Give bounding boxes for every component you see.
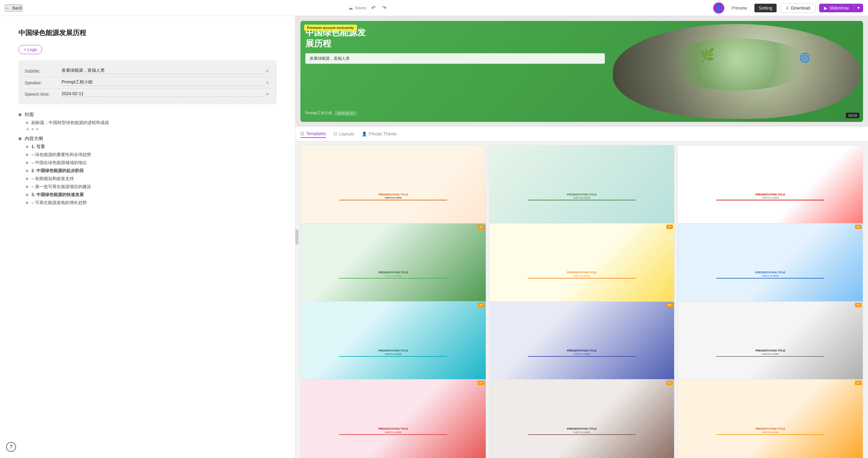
speech-time-row: Speech time: 2024-02-11 ✕ xyxy=(25,89,271,99)
bullet-first-batch xyxy=(26,186,28,188)
tab-layouts[interactable]: ☷ Layouts xyxy=(333,130,354,138)
outline-early-stage-text[interactable]: 2. 中国绿色能源的起步阶段 xyxy=(31,168,84,174)
tpl-deco-7 xyxy=(339,356,447,357)
outline-item-contents: 内容大纲 xyxy=(19,136,277,142)
template-card-12[interactable]: PRESENTATION TITLE SUBTITLE HERE V+ xyxy=(678,379,863,458)
outline-item-early-stage: 2. 中国绿色能源的起步阶段 xyxy=(26,168,277,174)
outline-china-position-text[interactable]: – 中国在绿色能源领域的地位 xyxy=(31,160,87,165)
tpl-deco-6 xyxy=(716,278,824,279)
download-button[interactable]: ⇩ Download xyxy=(780,3,815,12)
collapse-panel-button[interactable]: ❮ xyxy=(296,230,299,244)
editor-panel: 中国绿色能源发展历程 + Logo Subtitle: 发展绿能源，造福人类 ✕… xyxy=(0,16,296,458)
tab-templates[interactable]: ☷ Templates xyxy=(301,130,326,138)
bullet-intro xyxy=(26,146,28,148)
outline-item-planning: – 初期规划和政策支持 xyxy=(26,176,277,182)
tpl-sub-7: SUBTITLE HERE xyxy=(385,353,402,355)
help-button[interactable]: ? xyxy=(6,442,16,452)
slide-subtitle-box: 发展绿能源，造福人类 xyxy=(305,53,605,64)
tpl-deco-3 xyxy=(716,200,824,201)
slide-bottom-bar: Prompt工程小组 2024-02-11 xyxy=(305,111,605,116)
subtitle-label: Subtitle: xyxy=(25,69,62,73)
outline-contents-text[interactable]: 内容大纲 xyxy=(25,136,43,142)
slide-number: 01/19 xyxy=(846,113,859,118)
tpl-deco-12 xyxy=(716,434,824,435)
tpl-deco-1 xyxy=(339,200,447,201)
slideshow-button[interactable]: ▶ Slideshow xyxy=(819,4,854,12)
back-icon: ← xyxy=(5,5,10,11)
outline-item-growth: – 可再生能源发电的增长趋势 xyxy=(26,200,277,206)
speech-time-clear[interactable]: ✕ xyxy=(265,92,271,97)
templates-tabs: ☷ Templates ☷ Layouts 👤 Private Theme xyxy=(296,127,868,141)
tpl-deco-2 xyxy=(528,200,636,201)
bulb-glow xyxy=(662,38,811,90)
tab-templates-label: Templates xyxy=(306,131,326,136)
tpl-sub-8: SUBTITLE HERE xyxy=(574,353,590,355)
speech-time-value[interactable]: 2024-02-11 xyxy=(62,91,265,97)
bullet-growth xyxy=(26,202,28,204)
tpl-sub-5: SUBTITLE HERE xyxy=(574,275,590,277)
topbar-center: ☁ Saved ↶ ↷ xyxy=(348,3,388,12)
undo-button[interactable]: ↶ xyxy=(370,3,377,12)
slideshow-btn-group: ▶ Slideshow ▼ xyxy=(819,4,863,12)
tpl-deco-5 xyxy=(528,278,636,279)
vip-badge-6: V+ xyxy=(855,225,862,229)
outline-item-china-position: – 中国在绿色能源领域的地位 xyxy=(26,160,277,165)
subtitle-clear[interactable]: ✕ xyxy=(265,69,271,73)
bullet-cover xyxy=(19,113,22,116)
tpl-sub-2: SUBTITLE HERE xyxy=(574,197,590,199)
logo-button[interactable]: + Logo xyxy=(19,45,42,54)
templates-grid: PRESENTATION TITLE SUBTITLE HERE PRESENT… xyxy=(296,141,868,458)
outline-first-batch-text[interactable]: – 第一批可再生能源项目的建设 xyxy=(31,184,91,190)
redo-button[interactable]: ↷ xyxy=(381,3,388,12)
main-area: 中国绿色能源发展历程 + Logo Subtitle: 发展绿能源，造福人类 ✕… xyxy=(0,16,868,458)
user-icon: 👤 xyxy=(715,5,722,11)
tpl-deco-10 xyxy=(339,434,447,435)
bulb-shape: 🌿 🌀 xyxy=(613,24,860,119)
topbar-right: 👤 Preview Setting ⇩ Download ▶ Slideshow… xyxy=(713,2,863,13)
tab-private-theme-label: Private Theme xyxy=(369,131,397,136)
back-label: Back xyxy=(12,5,22,10)
bullet-subtitle xyxy=(26,122,28,124)
outline-subtitle-text[interactable]: 副标题：中国转型绿色能源的进程和成就 xyxy=(31,120,109,126)
slideshow-label: Slideshow xyxy=(829,5,849,10)
stars-decoration: ★ ★ ★ xyxy=(26,127,277,131)
metadata-box: Subtitle: 发展绿能源，造福人类 ✕ Speaker: Prompt工程… xyxy=(19,60,277,104)
speaker-clear[interactable]: ✕ xyxy=(265,80,271,85)
outline-item-first-batch: – 第一批可再生能源项目的建设 xyxy=(26,184,277,190)
slide-right: 🌿 🌀 xyxy=(610,21,863,122)
outline-item-intro: 1. 引言 xyxy=(26,144,277,150)
template-card-11[interactable]: PRESENTATION TITLE SUBTITLE HERE V+ xyxy=(489,379,675,458)
outline-intro-text[interactable]: 1. 引言 xyxy=(31,144,45,150)
outline-cover-text[interactable]: 封面 xyxy=(25,112,34,118)
subtitle-value[interactable]: 发展绿能源，造福人类 xyxy=(62,68,265,74)
speaker-value[interactable]: Prompt工程小组 xyxy=(62,80,265,86)
setting-button[interactable]: Setting xyxy=(754,4,777,12)
outline-subtitle-row: 副标题：中国转型绿色能源的进程和成就 xyxy=(26,120,277,126)
outline-planning-text[interactable]: – 初期规划和政策支持 xyxy=(31,176,74,182)
preview-button[interactable]: Preview xyxy=(728,4,751,12)
tpl-sub-3: SUBTITLE HERE xyxy=(762,197,779,199)
slide-image-container: 🌿 🌀 xyxy=(610,21,863,122)
slideshow-dropdown-button[interactable]: ▼ xyxy=(854,4,863,12)
tpl-sub-10: SUBTITLE HERE xyxy=(385,431,402,433)
download-label: Download xyxy=(791,5,810,10)
vip-badge-12: V+ xyxy=(855,381,862,385)
back-button[interactable]: ← Back xyxy=(5,5,23,11)
tpl-sub-9: SUBTITLE HERE xyxy=(762,353,779,355)
outline-section: 封面 副标题：中国转型绿色能源的进程和成就 ★ ★ ★ 内容大纲 1. 引言 –… xyxy=(19,112,277,206)
outline-rapid-text[interactable]: 3. 中国绿色能源的快速发展 xyxy=(31,192,84,197)
template-card-10[interactable]: PRESENTATION TITLE SUBTITLE HERE V+ xyxy=(301,379,486,458)
bullet-planning xyxy=(26,178,28,180)
outline-growth-text[interactable]: – 可再生能源发电的增长趋势 xyxy=(31,200,87,206)
slide-content: 中国绿色能源发展历程 发展绿能源，造福人类 Prompt工程小组 2024-02… xyxy=(301,21,863,122)
template-preview-12: PRESENTATION TITLE SUBTITLE HERE xyxy=(678,379,863,458)
subtitle-row: Subtitle: 发展绿能源，造福人类 ✕ xyxy=(25,65,271,77)
tab-private-theme[interactable]: 👤 Private Theme xyxy=(362,130,397,138)
download-icon: ⇩ xyxy=(785,5,789,10)
speaker-row: Speaker: Prompt工程小组 ✕ xyxy=(25,77,271,89)
tpl-title-8: PRESENTATION TITLE xyxy=(567,349,597,353)
outline-importance-text[interactable]: – 绿色能源的重要性和全球趋势 xyxy=(31,152,91,158)
template-preview-10: PRESENTATION TITLE SUBTITLE HERE xyxy=(301,379,486,458)
avatar-button[interactable]: 👤 xyxy=(713,2,724,13)
private-theme-icon: 👤 xyxy=(362,131,367,136)
